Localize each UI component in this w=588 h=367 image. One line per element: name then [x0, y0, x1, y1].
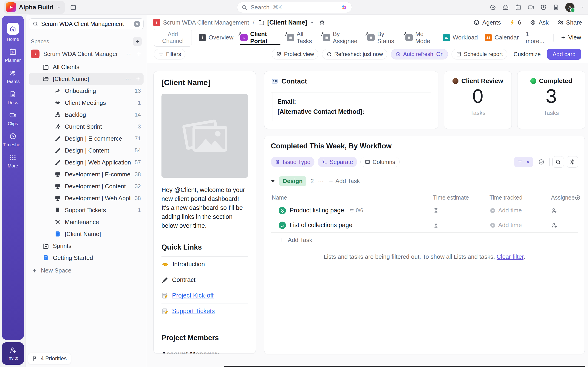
add-time-button[interactable]: Add time: [489, 207, 522, 214]
more-views-button[interactable]: 1 more...: [526, 31, 546, 45]
column-time-estimate[interactable]: Time estimate: [433, 194, 489, 201]
global-search-input[interactable]: Search ⌘K: [237, 2, 352, 13]
group-more-icon[interactable]: ⋯: [318, 177, 324, 185]
tab-calendar[interactable]: 31 Calendar: [485, 30, 519, 45]
notepad-icon[interactable]: [515, 4, 522, 11]
rail-item-planner[interactable]: Planner: [2, 45, 24, 66]
tree-item-client-name[interactable]: [Client Name] ⋯: [29, 73, 144, 85]
stat-value[interactable]: 3: [546, 86, 557, 106]
search-tasks-button[interactable]: [552, 156, 564, 168]
auto-refresh-toggle[interactable]: Auto refresh: On: [391, 49, 448, 59]
settings-button[interactable]: [567, 156, 578, 168]
group-add-task-button[interactable]: Add Task: [329, 177, 360, 185]
collapse-caret-icon[interactable]: [271, 180, 275, 182]
protect-view-button[interactable]: Protect view: [272, 49, 318, 59]
tree-item-current-sprint[interactable]: Current Sprint 3: [29, 121, 144, 133]
tab-workload[interactable]: Workload: [443, 30, 478, 45]
priorities-button[interactable]: 4 Priorities: [28, 353, 71, 364]
hourglass-icon[interactable]: [433, 208, 439, 214]
assign-user-icon[interactable]: [551, 207, 557, 214]
tree-item-dev-content[interactable]: Development | Content 32: [29, 180, 144, 192]
share-button[interactable]: Share: [557, 19, 582, 26]
column-name[interactable]: Name: [271, 194, 433, 201]
separate-chip[interactable]: Separate: [318, 157, 357, 167]
quick-link-contract[interactable]: Contract: [162, 272, 248, 288]
schedule-report-button[interactable]: Schedule report: [451, 49, 507, 59]
assign-user-icon[interactable]: [551, 222, 557, 228]
record-clip-icon[interactable]: [527, 4, 534, 11]
status-done-icon[interactable]: [279, 222, 286, 229]
refreshed-button[interactable]: Refreshed: just now: [322, 49, 387, 59]
sidebar-item-space[interactable]: Scrum WDA Client Managem... ⋯: [29, 48, 144, 60]
add-time-button[interactable]: Add time: [489, 222, 522, 229]
filters-button[interactable]: Filters: [154, 49, 185, 59]
space-more-icon[interactable]: ⋯: [126, 50, 132, 58]
add-task-button[interactable]: Add Task: [271, 233, 578, 247]
tree-item-dev-webapp[interactable]: Development | Web Appli... 38: [29, 192, 144, 204]
chevron-down-icon[interactable]: [580, 5, 585, 10]
tab-overview[interactable]: i Overview: [199, 30, 233, 45]
customize-button[interactable]: Customize: [514, 51, 541, 58]
sidebar-search-input[interactable]: Scrum WDA Client Management: [29, 18, 144, 29]
tree-item-client-name-doc[interactable]: [Client Name]: [29, 228, 144, 240]
tree-item-support-tickets[interactable]: Support Tickets 1: [29, 204, 144, 216]
tree-item-all-clients[interactable]: All Clients: [29, 61, 144, 73]
calendar-icon[interactable]: [70, 4, 77, 11]
reminder-icon[interactable]: [540, 4, 547, 11]
tree-item-client-meetings[interactable]: Client Meetings 1: [29, 97, 144, 109]
table-row[interactable]: List of collections page Add time: [271, 218, 578, 233]
quick-link-introduction[interactable]: Introduction: [162, 257, 248, 272]
tree-item-dev-ecommerce[interactable]: Development | E-commer... 38: [29, 168, 144, 180]
briefcase-icon[interactable]: [502, 4, 509, 11]
agents-button[interactable]: Agents: [473, 19, 501, 26]
hourglass-icon[interactable]: [433, 222, 439, 228]
column-assignee[interactable]: Assignee: [551, 194, 575, 201]
group-tag[interactable]: Design: [279, 176, 306, 186]
favorite-star-icon[interactable]: [319, 19, 325, 26]
tab-me-mode[interactable]: Me Mode: [405, 30, 436, 45]
ask-ai-button[interactable]: Ask: [529, 19, 548, 26]
new-task-icon[interactable]: [489, 4, 496, 11]
tree-item-backlog[interactable]: Backlog 14: [29, 109, 144, 121]
add-view-button[interactable]: View: [561, 34, 581, 41]
new-space-button[interactable]: New Space: [29, 267, 144, 274]
tree-item-sprints[interactable]: Sprints: [29, 240, 144, 252]
quick-link-support-tickets[interactable]: Support Tickets: [162, 303, 248, 319]
tree-item-design-ecommerce[interactable]: Design | E-commerce 71: [29, 133, 144, 144]
avatar[interactable]: A: [565, 3, 574, 12]
column-time-tracked[interactable]: Time tracked: [489, 194, 551, 201]
breadcrumb-space[interactable]: Scrum WDA Client Management: [163, 19, 249, 26]
tab-client-portal[interactable]: Client Portal: [240, 30, 280, 45]
tab-all-tasks[interactable]: All Tasks: [287, 30, 316, 45]
invite-button[interactable]: Invite: [2, 342, 24, 365]
clear-filter-link[interactable]: Clear filter: [497, 253, 523, 260]
tree-item-design-webapp[interactable]: Design | Web Application 57: [29, 156, 144, 168]
rail-item-timesheets[interactable]: Timeshe..: [2, 129, 24, 150]
doc-icon[interactable]: [553, 4, 560, 11]
tree-item-getting-started[interactable]: Getting Started: [29, 252, 144, 264]
contact-fields[interactable]: Email: [Alternative Contact Method]:: [272, 92, 430, 121]
tab-by-assignee[interactable]: By Assignee: [323, 30, 360, 45]
issue-type-chip[interactable]: Issue Type: [271, 157, 314, 167]
stat-value[interactable]: 0: [473, 86, 484, 106]
rail-item-teams[interactable]: Teams: [2, 66, 24, 87]
folder-more-icon[interactable]: ⋯: [125, 75, 132, 83]
image-placeholder[interactable]: [162, 94, 248, 178]
quick-link-project-kickoff[interactable]: Project Kick-off: [162, 288, 248, 303]
clear-search-icon[interactable]: [134, 21, 140, 27]
tree-item-maintenance[interactable]: Maintenance: [29, 216, 144, 228]
table-row[interactable]: Product listing page 0/6 Add time: [271, 203, 578, 218]
tab-by-status[interactable]: By Status: [367, 30, 398, 45]
add-channel-button[interactable]: Add Channel: [154, 29, 192, 47]
columns-chip[interactable]: Columns: [360, 157, 400, 167]
active-filter-button[interactable]: [514, 157, 533, 167]
automations-button[interactable]: 6: [509, 19, 521, 26]
rail-item-more[interactable]: More: [2, 150, 24, 172]
tree-item-design-content[interactable]: Design | Content 54: [29, 144, 144, 156]
folder-add-icon[interactable]: [135, 76, 141, 82]
rail-item-home[interactable]: Home: [2, 20, 24, 45]
add-space-button[interactable]: [133, 37, 142, 46]
workspace-switcher[interactable]: Alpha Build: [4, 1, 65, 14]
rail-item-docs[interactable]: Docs: [2, 87, 24, 108]
tree-item-onboarding[interactable]: Onboarding 13: [29, 85, 144, 97]
